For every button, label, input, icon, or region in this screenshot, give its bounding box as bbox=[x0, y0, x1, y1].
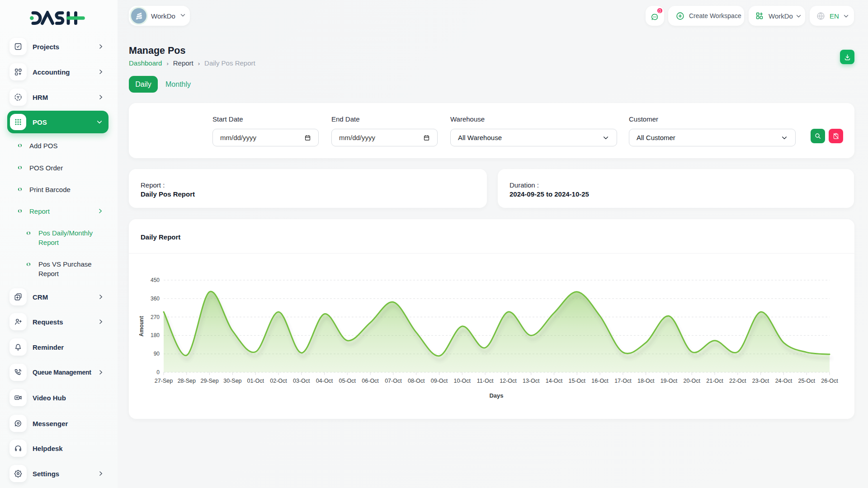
svg-text:26-Oct: 26-Oct bbox=[821, 378, 838, 384]
svg-text:08-Oct: 08-Oct bbox=[408, 378, 425, 384]
svg-text:270: 270 bbox=[151, 314, 160, 320]
svg-text:25-Oct: 25-Oct bbox=[798, 378, 815, 384]
svg-text:09-Oct: 09-Oct bbox=[431, 378, 448, 384]
svg-text:14-Oct: 14-Oct bbox=[546, 378, 563, 384]
svg-text:03-Oct: 03-Oct bbox=[293, 378, 310, 384]
svg-text:Days: Days bbox=[489, 392, 503, 399]
svg-text:21-Oct: 21-Oct bbox=[706, 378, 723, 384]
svg-text:23-Oct: 23-Oct bbox=[752, 378, 769, 384]
svg-text:28-Sep: 28-Sep bbox=[178, 378, 196, 384]
svg-text:0: 0 bbox=[156, 369, 160, 375]
svg-text:27-Sep: 27-Sep bbox=[155, 378, 173, 384]
svg-text:18-Oct: 18-Oct bbox=[637, 378, 655, 384]
svg-text:04-Oct: 04-Oct bbox=[316, 378, 333, 384]
svg-text:02-Oct: 02-Oct bbox=[270, 378, 287, 384]
svg-text:11-Oct: 11-Oct bbox=[477, 378, 494, 384]
svg-text:90: 90 bbox=[154, 351, 160, 357]
svg-text:12-Oct: 12-Oct bbox=[500, 378, 517, 384]
svg-text:24-Oct: 24-Oct bbox=[775, 378, 793, 384]
svg-text:17-Oct: 17-Oct bbox=[614, 378, 632, 384]
svg-text:Amount: Amount bbox=[138, 316, 145, 336]
svg-text:30-Sep: 30-Sep bbox=[223, 378, 241, 384]
svg-text:450: 450 bbox=[151, 277, 160, 283]
svg-text:05-Oct: 05-Oct bbox=[339, 378, 356, 384]
svg-text:16-Oct: 16-Oct bbox=[591, 378, 609, 384]
svg-text:06-Oct: 06-Oct bbox=[362, 378, 379, 384]
svg-text:29-Sep: 29-Sep bbox=[200, 378, 218, 384]
svg-text:13-Oct: 13-Oct bbox=[523, 378, 540, 384]
svg-text:180: 180 bbox=[151, 332, 160, 338]
svg-text:10-Oct: 10-Oct bbox=[454, 378, 471, 384]
svg-text:01-Oct: 01-Oct bbox=[247, 378, 264, 384]
svg-text:19-Oct: 19-Oct bbox=[660, 378, 678, 384]
svg-text:20-Oct: 20-Oct bbox=[683, 378, 700, 384]
svg-text:15-Oct: 15-Oct bbox=[569, 378, 586, 384]
svg-text:22-Oct: 22-Oct bbox=[729, 378, 746, 384]
svg-text:07-Oct: 07-Oct bbox=[385, 378, 402, 384]
svg-text:360: 360 bbox=[151, 296, 160, 302]
